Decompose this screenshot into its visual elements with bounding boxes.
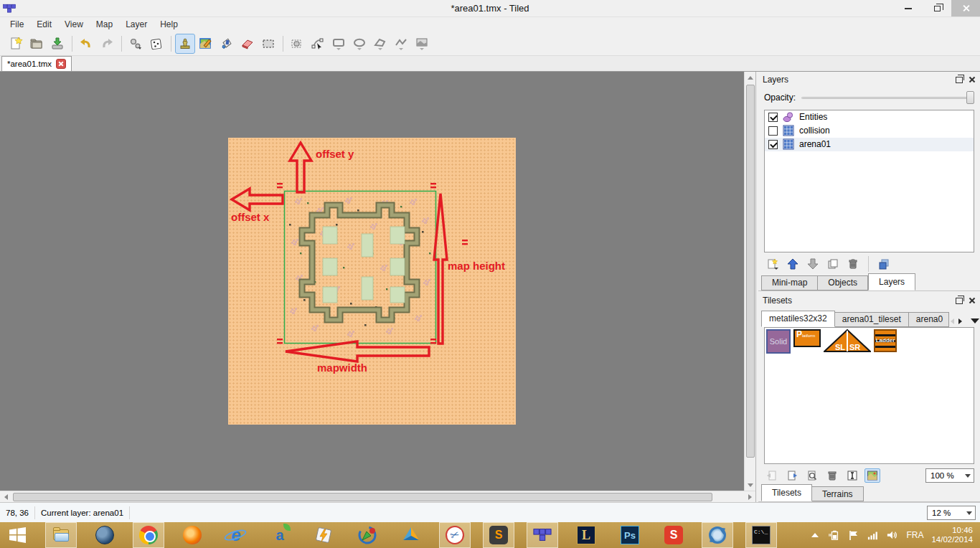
document-tab[interactable]: *area01.tmx <box>1 56 72 71</box>
save-button[interactable] <box>47 34 67 54</box>
scroll-right-icon[interactable] <box>744 491 755 503</box>
remove-tileset-button[interactable] <box>824 468 840 483</box>
lower-layer-button[interactable] <box>804 257 821 271</box>
map-zoom-select[interactable]: 12 % <box>927 506 976 520</box>
terrain-brush-button[interactable] <box>196 34 216 54</box>
tileset-tab-metatiles32x32[interactable]: metatiles32x32 <box>761 311 835 327</box>
clock[interactable]: 10:46 14/02/2014 <box>931 526 973 544</box>
taskbar-chrome[interactable] <box>133 522 164 548</box>
restore-button[interactable] <box>923 0 951 16</box>
add-layer-button[interactable] <box>764 257 781 271</box>
taskbar-globe-browser[interactable] <box>89 522 121 548</box>
taskbar-internet-explorer[interactable]: e <box>220 522 252 548</box>
horizontal-scroll-thumb[interactable] <box>13 493 712 501</box>
taskbar-firefox[interactable] <box>176 522 208 548</box>
layer-visibility-checkbox[interactable] <box>768 140 778 149</box>
taskbar-file-explorer[interactable] <box>45 522 77 548</box>
highlight-current-layer-button[interactable] <box>875 257 892 271</box>
menu-layer[interactable]: Layer <box>120 18 153 31</box>
taskbar-systemcare[interactable]: a <box>264 522 296 548</box>
language-indicator[interactable]: FRA <box>906 530 923 540</box>
tab-layers[interactable]: Layers <box>868 273 915 290</box>
menu-view[interactable]: View <box>59 18 89 31</box>
menu-help[interactable]: Help <box>154 18 184 31</box>
taskbar-idm[interactable] <box>352 522 383 548</box>
tab-scroll-left-icon[interactable] <box>951 318 954 324</box>
menu-file[interactable]: File <box>4 18 29 31</box>
layer-row-entities[interactable]: Entities <box>765 110 974 124</box>
insert-polyline-button[interactable] <box>391 34 411 54</box>
tileset-tab-arena0[interactable]: arena0 <box>909 312 949 327</box>
tileset-zoom-select[interactable]: 100 % <box>925 468 974 483</box>
taskbar-winamp[interactable] <box>308 522 339 548</box>
rename-tileset-button[interactable] <box>844 468 860 483</box>
tileset-view[interactable]: Solid Platform SL SR Ladder <box>764 327 974 465</box>
rectangular-select-button[interactable] <box>258 34 278 54</box>
insert-ellipse-button[interactable] <box>349 34 369 54</box>
edit-polygons-button[interactable] <box>308 34 328 54</box>
volume-icon[interactable] <box>887 529 898 541</box>
taskbar-tiled[interactable] <box>527 522 558 548</box>
show-hidden-icons-icon[interactable] <box>809 529 821 541</box>
taskbar-snipping-tool[interactable]: ✂ <box>439 522 471 548</box>
tileset-tab-arena01-tileset[interactable]: arena01_tileset <box>835 312 909 327</box>
tile-solid[interactable]: Solid <box>766 329 791 354</box>
taskbar-teracopy[interactable] <box>395 522 427 548</box>
float-panel-icon[interactable] <box>956 77 963 83</box>
export-tileset-button[interactable] <box>784 468 800 483</box>
menu-map[interactable]: Map <box>90 18 118 31</box>
opacity-slider[interactable] <box>801 91 974 104</box>
tab-tilesets[interactable]: Tilesets <box>761 484 812 501</box>
scroll-up-icon[interactable] <box>745 72 756 83</box>
scroll-down-icon[interactable] <box>745 479 756 491</box>
close-panel-icon[interactable] <box>969 297 976 304</box>
taskbar-league-of-legends[interactable]: L <box>570 522 602 548</box>
minimize-button[interactable] <box>894 0 923 16</box>
taskbar-photoshop[interactable]: Ps <box>614 522 646 548</box>
taskbar-command-prompt[interactable]: C:\_ <box>745 522 777 548</box>
float-panel-icon[interactable] <box>956 298 963 304</box>
random-mode-button[interactable] <box>146 34 166 54</box>
duplicate-layer-button[interactable] <box>824 257 842 271</box>
menu-edit[interactable]: Edit <box>31 18 57 31</box>
new-map-button[interactable] <box>6 34 26 54</box>
open-button[interactable] <box>27 34 47 54</box>
eraser-button[interactable] <box>237 34 258 54</box>
tab-terrains[interactable]: Terrains <box>812 486 864 501</box>
tile-slopes[interactable]: SL SR <box>824 329 871 352</box>
opacity-slider-handle[interactable] <box>966 91 974 104</box>
edit-terrain-button[interactable] <box>864 468 880 483</box>
close-button[interactable] <box>951 0 980 16</box>
taskbar-screenpresso[interactable]: S <box>658 522 689 548</box>
document-tab-close-icon[interactable] <box>56 59 66 69</box>
tab-objects[interactable]: Objects <box>818 275 868 290</box>
start-button[interactable] <box>1 522 33 548</box>
layer-visibility-checkbox[interactable] <box>768 113 778 122</box>
vertical-scrollbar[interactable] <box>744 72 755 491</box>
scroll-left-icon[interactable] <box>0 491 11 503</box>
network-signal-icon[interactable] <box>867 529 879 541</box>
stamp-brush-button[interactable] <box>175 34 195 54</box>
taskbar-sublime-text[interactable]: S <box>483 522 514 548</box>
embed-tileset-button[interactable] <box>764 468 780 483</box>
layer-row-arena01[interactable]: arena01 <box>765 138 974 151</box>
insert-polygon-button[interactable] <box>370 34 390 54</box>
horizontal-scrollbar[interactable] <box>0 491 755 502</box>
taskbar-sync-tool[interactable] <box>702 522 733 548</box>
raise-layer-button[interactable] <box>784 257 801 271</box>
tile-ladder[interactable]: Ladder <box>874 329 897 352</box>
tileset-properties-button[interactable] <box>804 468 820 483</box>
tile-platform[interactable]: Platform <box>793 329 821 347</box>
remove-layer-button[interactable] <box>844 257 862 271</box>
close-panel-icon[interactable] <box>969 76 976 83</box>
tab-scroll-right-icon[interactable] <box>958 318 962 324</box>
insert-rectangle-button[interactable] <box>329 34 349 54</box>
bucket-fill-button[interactable] <box>217 34 237 54</box>
tab-mini-map[interactable]: Mini-map <box>761 275 818 290</box>
commands-button[interactable] <box>126 34 146 54</box>
select-objects-button[interactable] <box>287 34 307 54</box>
layer-visibility-checkbox[interactable] <box>768 126 778 136</box>
map-canvas[interactable]: offset y offset x map height mapwidth <box>0 72 744 491</box>
redo-button[interactable] <box>97 34 117 54</box>
vertical-scroll-thumb[interactable] <box>746 85 755 458</box>
